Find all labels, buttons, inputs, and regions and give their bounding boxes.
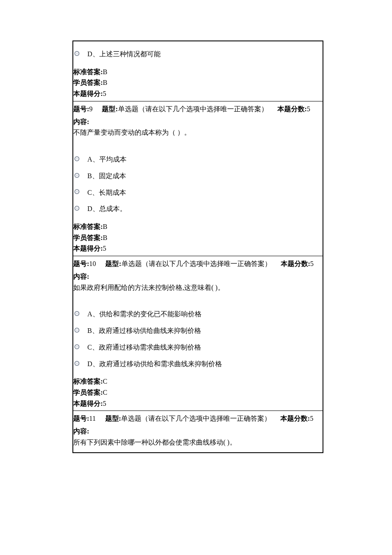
radio-icon[interactable] xyxy=(74,156,80,162)
answer-block: 标准答案:B 学员答案:B 本题得分:5 xyxy=(73,64,323,101)
options-list: A、平均成本 B、固定成本 C、长期成本 D、总成本。 xyxy=(73,147,323,219)
question-type: 单选题（请在以下几个选项中选择唯一正确答案） xyxy=(121,415,271,422)
option-text: A、供给和需求的变化已不能影响价格 xyxy=(85,308,202,321)
svg-point-17 xyxy=(76,362,78,364)
question-header: 题号:10 题型:单选题（请在以下几个选项中选择唯一正确答案） 本题分数:5 xyxy=(73,256,323,270)
full-score: 5 xyxy=(310,415,313,422)
question-body: 所有下列因素中除哪一种以外都会使需求曲线移动( )。 xyxy=(73,437,323,452)
option-text: D、总成本。 xyxy=(85,203,127,215)
option-text: C、政府通过移动需求曲线来抑制价格 xyxy=(85,341,201,354)
option-text: B、固定成本 xyxy=(85,170,126,182)
question-type-label: 题型: xyxy=(105,260,121,267)
question-11-cell: 题号:11 题型:单选题（请在以下几个选项中选择唯一正确答案） 本题分数:5 内… xyxy=(73,411,323,452)
radio-icon[interactable] xyxy=(74,173,80,178)
option-row: B、固定成本 xyxy=(73,166,323,182)
student-answer: 学员答案:B xyxy=(73,232,323,243)
student-answer: 学员答案:C xyxy=(73,387,323,398)
radio-icon[interactable] xyxy=(74,311,80,316)
radio-icon[interactable] xyxy=(74,361,80,366)
option-row: A、平均成本 xyxy=(73,149,323,166)
question-type-label: 题型: xyxy=(105,415,121,422)
svg-point-9 xyxy=(76,208,78,209)
question-no: 9 xyxy=(89,105,92,113)
option-row: D、总成本。 xyxy=(73,199,323,215)
svg-point-5 xyxy=(76,174,78,176)
radio-icon[interactable] xyxy=(74,344,80,350)
radio-icon[interactable] xyxy=(74,327,80,333)
question-header: 题号:11 题型:单选题（请在以下几个选项中选择唯一正确答案） 本题分数:5 xyxy=(73,411,323,425)
answer-block: 标准答案:B 学员答案:B 本题得分:5 xyxy=(73,219,323,256)
question-body: 如果政府利用配给的方法来控制价格,这意味着( )。 xyxy=(73,282,323,302)
full-score-label: 本题分数: xyxy=(277,105,307,113)
standard-answer: 标准答案:C xyxy=(73,376,323,387)
question-body: 不随产量变动而变动的成本称为（ ）。 xyxy=(73,127,323,147)
question-no-label: 题号: xyxy=(73,415,89,422)
content-label: 内容: xyxy=(73,116,323,127)
option-row: B、政府通过移动供给曲线来抑制价格 xyxy=(73,321,323,337)
content-label: 内容: xyxy=(73,270,323,282)
question-score-got: 本题得分:5 xyxy=(73,398,323,409)
question-score-got: 本题得分:5 xyxy=(73,88,323,99)
radio-icon[interactable] xyxy=(74,189,80,194)
option-text: A、平均成本 xyxy=(85,153,127,166)
question-type: 单选题（请在以下几个选项中选择唯一正确答案） xyxy=(118,105,268,113)
question-no: 11 xyxy=(89,415,95,422)
standard-answer: 标准答案:B xyxy=(73,221,323,232)
option-row: C、政府通过移动需求曲线来抑制价格 xyxy=(73,337,323,354)
svg-point-13 xyxy=(76,329,78,331)
question-no-label: 题号: xyxy=(73,260,89,267)
full-score-label: 本题分数: xyxy=(281,260,310,267)
option-text: D、上述三种情况都可能 xyxy=(85,48,161,61)
student-answer: 学员答案:B xyxy=(73,77,323,88)
radio-icon[interactable] xyxy=(74,51,80,56)
content-label: 内容: xyxy=(73,425,323,437)
option-row: D、上述三种情况都可能 xyxy=(73,44,323,61)
question-no-label: 题号: xyxy=(73,105,89,113)
questions-table: D、上述三种情况都可能 标准答案:B 学员答案:B 本题得分:5 题号:9 题型… xyxy=(72,40,323,453)
svg-point-15 xyxy=(76,346,78,347)
svg-point-7 xyxy=(76,191,78,193)
option-text: C、长期成本 xyxy=(85,187,126,199)
svg-point-3 xyxy=(76,158,78,159)
question-8-cell: D、上述三种情况都可能 标准答案:B 学员答案:B 本题得分:5 xyxy=(73,41,323,101)
radio-icon[interactable] xyxy=(74,205,80,211)
option-text: D、政府通过移动供给和需求曲线来抑制价格 xyxy=(85,358,222,370)
question-score-got: 本题得分:5 xyxy=(73,243,323,254)
full-score-label: 本题分数: xyxy=(280,415,310,422)
svg-point-1 xyxy=(76,52,78,54)
svg-point-11 xyxy=(76,312,78,314)
question-10-cell: 题号:10 题型:单选题（请在以下几个选项中选择唯一正确答案） 本题分数:5 内… xyxy=(73,256,323,411)
question-header: 题号:9 题型:单选题（请在以下几个选项中选择唯一正确答案） 本题分数:5 xyxy=(73,101,323,116)
question-9-cell: 题号:9 题型:单选题（请在以下几个选项中选择唯一正确答案） 本题分数:5 内容… xyxy=(73,101,323,256)
option-row: C、长期成本 xyxy=(73,182,323,199)
option-row: A、供给和需求的变化已不能影响价格 xyxy=(73,304,323,321)
full-score: 5 xyxy=(307,105,310,113)
question-type-label: 题型: xyxy=(102,105,118,113)
question-type: 单选题（请在以下几个选项中选择唯一正确答案） xyxy=(121,260,271,267)
options-list: A、供给和需求的变化已不能影响价格 B、政府通过移动供给曲线来抑制价格 C、政府… xyxy=(73,301,323,373)
standard-answer: 标准答案:B xyxy=(73,66,323,78)
full-score: 5 xyxy=(310,260,314,267)
question-no: 10 xyxy=(89,260,96,267)
option-text: B、政府通过移动供给曲线来抑制价格 xyxy=(85,325,201,337)
option-row: D、政府通过移动供给和需求曲线来抑制价格 xyxy=(73,354,323,370)
answer-block: 标准答案:C 学员答案:C 本题得分:5 xyxy=(73,373,323,410)
options-list: D、上述三种情况都可能 xyxy=(73,41,323,64)
page: D、上述三种情况都可能 标准答案:B 学员答案:B 本题得分:5 题号:9 题型… xyxy=(0,0,392,479)
